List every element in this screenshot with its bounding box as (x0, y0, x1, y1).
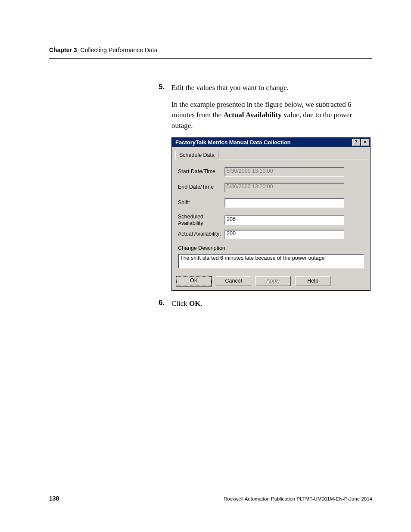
chapter-number: Chapter 3 (49, 47, 77, 53)
tabstrip: Schedule Data (172, 147, 370, 159)
input-end-date[interactable]: 5/30/2000 13:20:00 (224, 183, 344, 192)
step-text: Edit the values that you want to change.… (171, 83, 372, 131)
close-icon[interactable]: × (361, 139, 369, 146)
chapter-title: Collecting Performance Data (81, 47, 158, 53)
publication-line: Rockwell Automation Publication PLTMT-UM… (224, 496, 372, 501)
help-icon[interactable]: ? (352, 139, 360, 146)
step-6: 6. Click OK. (159, 299, 372, 309)
input-start-date[interactable]: 5/30/2000 13:10:00 (224, 167, 344, 177)
label-scheduled-availability: Scheduled Availability: (178, 214, 224, 227)
label-shift: Shift: (178, 199, 224, 206)
help-button[interactable]: Help (295, 276, 330, 286)
step-number: 6. (159, 299, 171, 309)
input-scheduled-availability[interactable]: 206 (224, 215, 344, 225)
dialog-window: FactoryTalk Metrics Manual Data Collecti… (171, 137, 371, 291)
cancel-button[interactable]: Cancel (216, 276, 251, 286)
label-start-date: Start Date/Time (178, 168, 224, 175)
dialog-button-row: OK Cancel Apply Help (172, 270, 370, 290)
input-actual-availability[interactable]: 200 (224, 230, 344, 239)
tab-content: Start Date/Time 5/30/2000 13:10:00 End D… (174, 159, 367, 270)
dialog-titlebar[interactable]: FactoryTalk Metrics Manual Data Collecti… (172, 138, 370, 147)
step-5: 5. Edit the values that you want to chan… (159, 83, 372, 131)
tab-schedule-data[interactable]: Schedule Data (175, 151, 218, 159)
page-header: Chapter 3 Collecting Performance Data (49, 47, 372, 59)
input-change-description[interactable]: The shift started 6 minutes late because… (178, 254, 364, 268)
input-shift[interactable] (224, 198, 344, 208)
page-footer: 138 Rockwell Automation Publication PLTM… (49, 495, 372, 502)
label-actual-availability: Actual Availability: (178, 231, 224, 238)
dialog-title: FactoryTalk Metrics Manual Data Collecti… (175, 139, 351, 146)
apply-button[interactable]: Apply (255, 276, 291, 286)
label-change-description: Change Description: (178, 245, 364, 251)
label-end-date: End Date/Time (178, 184, 224, 191)
step-5-line1: Edit the values that you want to change. (171, 83, 372, 93)
step-number: 5. (159, 83, 171, 131)
step-text: Click OK. (171, 299, 202, 309)
step-5-para2: In the example presented in the figure b… (171, 100, 372, 131)
ok-button[interactable]: OK (176, 276, 212, 286)
page-number: 138 (49, 495, 59, 502)
